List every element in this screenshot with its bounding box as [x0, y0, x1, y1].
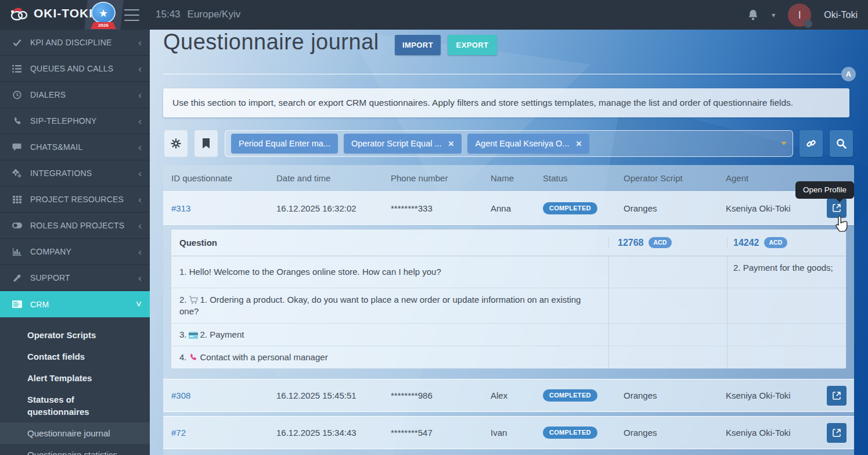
clock: 15:43 Europe/Kyiv [156, 9, 240, 20]
search-icon [836, 138, 847, 149]
credit-card-icon [189, 330, 199, 338]
questionnaire-id-link[interactable]: #308 [171, 390, 190, 400]
external-link-icon [833, 429, 841, 437]
questionnaire-table: ID questionnate Date and time Phone numb… [163, 165, 854, 455]
sidebar-item-company[interactable]: COMPANY‹ [0, 239, 150, 265]
sidebar-item-operator-scripts[interactable]: Operator Scripts [0, 324, 150, 346]
questionnaire-id-link[interactable]: #313 [171, 203, 190, 213]
sidebar-item-alert-templates[interactable]: Alert Templates [0, 367, 150, 389]
external-link-icon [833, 204, 841, 212]
filter-chip-agent[interactable]: Agent Equal Kseniya O...✕ [467, 134, 589, 153]
cell-phone: ********547 [383, 428, 482, 438]
gears-icon [12, 168, 22, 178]
col-header-operator-script[interactable]: Operator Script [615, 173, 718, 183]
sidebar-item-queues-and-calls[interactable]: QUEUES AND CALLS‹ [0, 56, 150, 82]
question-row: 1. Hello! Welcome to the Oranges online … [171, 256, 846, 288]
sidebar-item-contact-fields[interactable]: Contact fields [0, 346, 150, 367]
filter-dropdown-caret-icon[interactable] [781, 142, 787, 145]
menu-toggle-icon[interactable] [124, 9, 139, 21]
table-row[interactable]: #72 16.12.2025 15:34:43 ********547 Ivan… [163, 416, 854, 449]
save-template-button[interactable] [195, 130, 218, 157]
table-row[interactable]: #313 16.12.2025 16:32:02 ********333 Ann… [163, 192, 854, 225]
question-row: 2.1. Ordering a product. Okay, do you wa… [171, 288, 846, 324]
answer-cell: 2. Payment for the goods; [727, 256, 846, 288]
chevron-left-icon: ‹ [138, 142, 142, 152]
sidebar-item-sip-telephony[interactable]: SIP-TELEPHONY‹ [0, 108, 150, 134]
sidebar-item-integrations[interactable]: INTEGRATIONS‹ [0, 160, 150, 187]
bookmark-icon [202, 138, 210, 149]
import-button[interactable]: IMPORT [395, 35, 441, 55]
chat-bubble-icon [12, 142, 22, 152]
avatar[interactable]: I [788, 3, 811, 27]
question-column-header: Question [171, 238, 608, 248]
anchor-badge[interactable]: A [841, 67, 856, 81]
time-text: 15:43 [156, 9, 181, 20]
cell-name: Alex [482, 390, 535, 400]
sidebar-item-dialers[interactable]: DIALERS‹ [0, 82, 150, 108]
chevron-left-icon: ‹ [138, 169, 142, 178]
list-icon [12, 63, 22, 74]
col-header-name[interactable]: Name [482, 173, 535, 183]
copy-link-button[interactable] [799, 130, 823, 157]
acd-badge: ACD [649, 237, 672, 248]
cell-agent: Kseniya Oki-Toki [718, 203, 816, 213]
open-profile-button[interactable] [827, 386, 847, 406]
filter-settings-button[interactable] [164, 130, 188, 157]
new-year-globe-icon[interactable]: ★ [91, 2, 116, 24]
chevron-left-icon: ‹ [138, 116, 142, 126]
filter-chip-period[interactable]: Period Equal Enter ma... [231, 134, 338, 153]
crm-submenu: Operator Scripts Contact fields Alert Te… [0, 317, 150, 455]
sidebar-item-project-resources[interactable]: PROJECT RESOURCES‹ [0, 187, 150, 213]
cell-datetime: 16.12.2025 15:45:51 [268, 390, 383, 400]
expanded-questionnaire-panel: Question 12768ACD 14242ACD 1. Hello! Wel… [171, 230, 846, 368]
chevron-left-icon: ‹ [138, 221, 142, 231]
sidebar-item-kpi-and-discipline[interactable]: KPI AND DISCIPLINE‹ [0, 30, 150, 56]
sidebar-item-support[interactable]: SUPPORT‹ [0, 265, 150, 291]
chevron-left-icon: ‹ [138, 64, 142, 74]
sidebar-item-statuses-of-questionnaires[interactable]: Statuses of questionnaires [0, 389, 150, 422]
clock-icon [12, 89, 22, 100]
sidebar-item-roles-and-projects[interactable]: ROLES AND PROJECTS‹ [0, 213, 150, 239]
oki-toki-logo[interactable]: OKI-TOKI [9, 6, 93, 21]
acd-link[interactable]: 14242 [733, 238, 759, 248]
remove-chip-icon[interactable]: ✕ [575, 139, 582, 148]
app-root: OKI-TOKI ★ 2026 15:43 Europe/Kyiv ▾ I Ok… [0, 0, 868, 455]
chevron-left-icon: ‹ [138, 195, 142, 205]
export-button[interactable]: EXPORT [448, 35, 497, 55]
table-row[interactable]: #308 16.12.2025 15:45:51 ********986 Ale… [163, 379, 854, 412]
chevron-left-icon: ‹ [138, 38, 142, 48]
sidebar-item-chats-mail[interactable]: CHATS&MAIL‹ [0, 134, 150, 160]
chevron-left-icon: ‹ [138, 273, 142, 283]
col-header-datetime[interactable]: Date and time [268, 173, 383, 183]
sidebar: KPI AND DISCIPLINE‹ QUEUES AND CALLS‹ DI… [0, 30, 150, 455]
wrench-icon [12, 273, 22, 283]
gear-icon [171, 138, 181, 149]
acd-link[interactable]: 12768 [618, 238, 644, 248]
col-header-status[interactable]: Status [535, 173, 615, 183]
sidebar-item-questionnaire-journal[interactable]: Questionnaire journal [0, 422, 150, 444]
toggle-icon [12, 220, 22, 231]
sidebar-item-crm[interactable]: CRM˅ [0, 291, 150, 317]
sidebar-item-questionnaire-statistics[interactable]: Questionnaire statistics [0, 444, 150, 455]
notifications-bell-icon[interactable] [747, 9, 759, 22]
link-icon [806, 138, 816, 149]
timezone-text[interactable]: Europe/Kyiv [188, 9, 241, 20]
open-profile-button[interactable] [827, 423, 847, 443]
search-button[interactable] [830, 130, 853, 157]
col-header-phone[interactable]: Phone number [383, 173, 482, 183]
filter-input[interactable]: Period Equal Enter ma... Operator Script… [225, 130, 793, 157]
cell-name: Anna [482, 203, 535, 213]
remove-chip-icon[interactable]: ✕ [448, 139, 455, 148]
col-header-id[interactable]: ID questionnate [163, 173, 268, 183]
status-badge: COMPLETED [543, 202, 597, 214]
user-menu-chevron-icon[interactable]: ▾ [772, 11, 775, 19]
cell-datetime: 16.12.2025 16:32:02 [268, 203, 383, 213]
user-name[interactable]: Oki-Toki [824, 10, 858, 20]
page-title: Questionnaire journal [163, 30, 379, 55]
cart-icon [189, 295, 199, 303]
chevron-left-icon: ‹ [138, 247, 142, 257]
question-row: 3.2. Payment [171, 324, 846, 346]
questionnaire-id-link[interactable]: #72 [171, 428, 186, 438]
filter-chip-operator-script[interactable]: Operator Script Equal ...✕ [344, 134, 462, 153]
question-row: 4.Contact with a personal manager [171, 346, 846, 368]
